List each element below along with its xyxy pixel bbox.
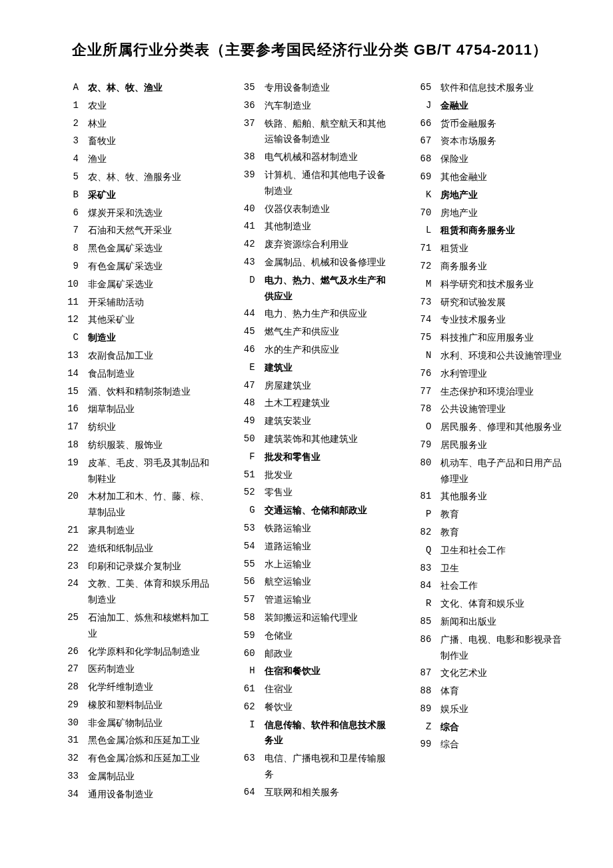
industry-row: 54道路运输业 bbox=[230, 539, 390, 555]
industry-name: 铁路运输业 bbox=[265, 521, 390, 537]
industry-code: 17 bbox=[53, 419, 88, 435]
industry-code: 68 bbox=[406, 151, 440, 167]
industry-row: 12其他采矿业 bbox=[53, 312, 214, 328]
industry-code: 11 bbox=[53, 295, 88, 311]
industry-code: 76 bbox=[406, 366, 440, 382]
industry-row: 15酒、饮料和精制茶制造业 bbox=[53, 384, 214, 400]
industry-name: 煤炭开采和洗选业 bbox=[88, 205, 214, 221]
industry-code: 50 bbox=[230, 431, 265, 447]
industry-name: 科学研究和技术服务业 bbox=[440, 277, 566, 293]
industry-name: 燃气生产和供应业 bbox=[265, 324, 390, 340]
industry-name: 装卸搬运和运输代理业 bbox=[265, 610, 390, 626]
industry-name: 仓储业 bbox=[265, 628, 390, 644]
industry-code: 88 bbox=[406, 683, 440, 699]
industry-name: 居民服务业 bbox=[440, 437, 566, 453]
industry-row: 84社会工作 bbox=[406, 578, 566, 594]
industry-code: 43 bbox=[230, 255, 265, 271]
industry-name: 综合 bbox=[440, 719, 566, 735]
industry-row: 57管道运输业 bbox=[230, 592, 390, 608]
industry-code: 31 bbox=[53, 733, 88, 749]
industry-code: 62 bbox=[230, 699, 265, 715]
industry-name: 电力、热力、燃气及水生产和供应业 bbox=[265, 273, 390, 305]
industry-row: 99综合 bbox=[406, 737, 566, 753]
industry-name: 文化艺术业 bbox=[440, 665, 566, 681]
industry-name: 食品制造业 bbox=[88, 366, 214, 382]
industry-name: 交通运输、仓储和邮政业 bbox=[265, 503, 390, 519]
industry-row: 41其他制造业 bbox=[230, 219, 390, 235]
page-title: 企业所属行业分类表（主要参考国民经济行业分类 GB/T 4754-2011） bbox=[53, 40, 566, 60]
industry-name: 制造业 bbox=[88, 330, 214, 346]
industry-row: 69其他金融业 bbox=[406, 169, 566, 185]
industry-code: 6 bbox=[53, 205, 88, 221]
industry-name: 科技推广和应用服务业 bbox=[440, 330, 566, 346]
industry-name: 石油加工、炼焦和核燃料加工业 bbox=[88, 610, 214, 642]
industry-code: R bbox=[406, 596, 440, 612]
industry-row: 38电气机械和器材制造业 bbox=[230, 149, 390, 165]
industry-code: 59 bbox=[230, 628, 265, 644]
industry-code: C bbox=[53, 330, 88, 346]
industry-name: 废弃资源综合利用业 bbox=[265, 237, 390, 253]
industry-row: 21家具制造业 bbox=[53, 523, 214, 539]
industry-row: 70房地产业 bbox=[406, 205, 566, 221]
industry-row: 50建筑装饰和其他建筑业 bbox=[230, 431, 390, 447]
industry-name: 水利管理业 bbox=[440, 366, 566, 382]
industry-code: 74 bbox=[406, 312, 440, 328]
industry-row: 61住宿业 bbox=[230, 681, 390, 697]
industry-row: P教育 bbox=[406, 507, 566, 523]
industry-code: 78 bbox=[406, 401, 440, 417]
industry-code: P bbox=[406, 507, 440, 523]
industry-row: 80机动车、电子产品和日用产品修理业 bbox=[406, 455, 566, 487]
industry-name: 新闻和出版业 bbox=[440, 614, 566, 630]
industry-row: 1农业 bbox=[53, 98, 214, 114]
industry-row: J金融业 bbox=[406, 98, 566, 114]
industry-name: 烟草制品业 bbox=[88, 401, 214, 417]
industry-row: 18纺织服装、服饰业 bbox=[53, 437, 214, 453]
industry-name: 电力、热力生产和供应业 bbox=[265, 306, 390, 322]
industry-code: 77 bbox=[406, 384, 440, 400]
industry-code: 82 bbox=[406, 525, 440, 541]
industry-code: 2 bbox=[53, 116, 88, 132]
industry-code: 75 bbox=[406, 330, 440, 346]
industry-row: E建筑业 bbox=[230, 360, 390, 376]
industry-name: 航空运输业 bbox=[265, 574, 390, 590]
industry-code: 1 bbox=[53, 98, 88, 114]
industry-row: D电力、热力、燃气及水生产和供应业 bbox=[230, 273, 390, 305]
industry-code: 87 bbox=[406, 665, 440, 681]
industry-name: 开采辅助活动 bbox=[88, 295, 214, 311]
industry-row: L租赁和商务服务业 bbox=[406, 223, 566, 239]
industry-code: 47 bbox=[230, 378, 265, 394]
industry-row: 75科技推广和应用服务业 bbox=[406, 330, 566, 346]
industry-row: 66货币金融服务 bbox=[406, 116, 566, 132]
industry-code: 3 bbox=[53, 133, 88, 149]
industry-row: 9有色金属矿采选业 bbox=[53, 259, 214, 275]
industry-code: 86 bbox=[406, 632, 440, 648]
industry-name: 印刷和记录媒介复制业 bbox=[88, 559, 214, 575]
industry-name: 卫生 bbox=[440, 561, 566, 577]
industry-name: 文教、工美、体育和娱乐用品制造业 bbox=[88, 576, 214, 608]
industry-name: 计算机、通信和其他电子设备制造业 bbox=[265, 167, 390, 199]
industry-name: 货币金融服务 bbox=[440, 116, 566, 132]
industry-code: 16 bbox=[53, 401, 88, 417]
industry-code: 57 bbox=[230, 592, 265, 608]
industry-code: 69 bbox=[406, 169, 440, 185]
industry-name: 文化、体育和娱乐业 bbox=[440, 596, 566, 612]
industry-name: 水上运输业 bbox=[265, 557, 390, 573]
industry-name: 其他服务业 bbox=[440, 489, 566, 505]
industry-row: M科学研究和技术服务业 bbox=[406, 277, 566, 293]
industry-name: 道路运输业 bbox=[265, 539, 390, 555]
industry-row: C制造业 bbox=[53, 330, 214, 346]
industry-name: 采矿业 bbox=[88, 187, 214, 203]
industry-row: 16烟草制品业 bbox=[53, 401, 214, 417]
industry-row: 37铁路、船舶、航空航天和其他运输设备制造业 bbox=[230, 116, 390, 148]
industry-row: 86广播、电视、电影和影视录音制作业 bbox=[406, 632, 566, 664]
industry-row: 19皮革、毛皮、羽毛及其制品和制鞋业 bbox=[53, 455, 214, 487]
industry-name: 黑色金属矿采选业 bbox=[88, 241, 214, 257]
industry-code: 65 bbox=[406, 80, 440, 96]
industry-name: 金属制品业 bbox=[88, 769, 214, 785]
industry-name: 金融业 bbox=[440, 98, 566, 114]
industry-name: 居民服务、修理和其他服务业 bbox=[440, 419, 566, 435]
industry-row: 63电信、广播电视和卫星传输服务 bbox=[230, 751, 390, 783]
industry-row: 5农、林、牧、渔服务业 bbox=[53, 169, 214, 185]
industry-row: O居民服务、修理和其他服务业 bbox=[406, 419, 566, 435]
industry-name: 林业 bbox=[88, 116, 214, 132]
